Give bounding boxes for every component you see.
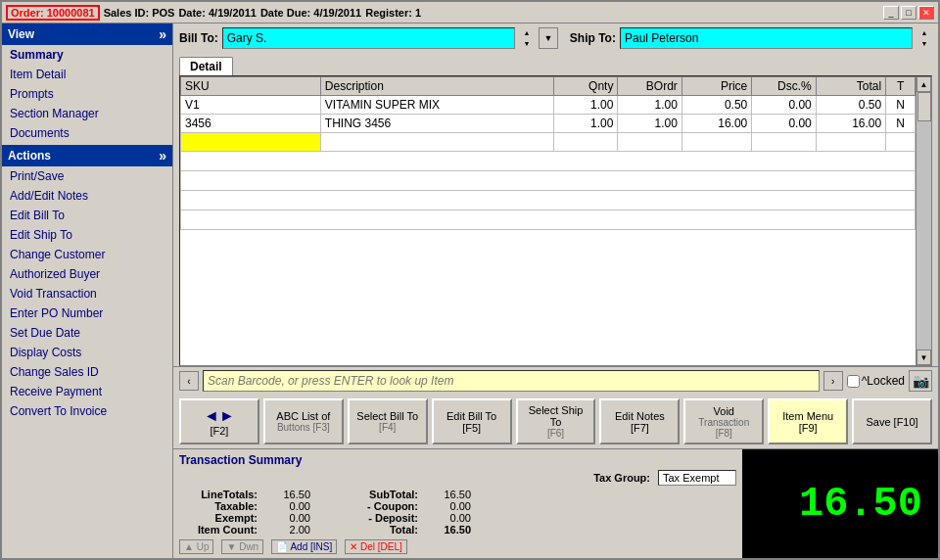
table-row-empty — [181, 191, 916, 210]
order-number: Order: 10000081 — [6, 5, 100, 21]
sidebar-item-change-customer[interactable]: Change Customer — [2, 245, 172, 264]
summary-row-taxable: Taxable: 0.00 — [179, 500, 310, 512]
sidebar-item-documents[interactable]: Documents — [2, 123, 172, 143]
f4-button[interactable]: Select Bill To [F4] — [348, 398, 428, 444]
tax-group-row: Tax Group: Tax Exempt — [179, 470, 736, 486]
sidebar-item-edit-bill-to[interactable]: Edit Bill To — [2, 206, 172, 225]
sidebar-item-add-edit-notes[interactable]: Add/Edit Notes — [2, 186, 172, 206]
cell-t: N — [886, 96, 916, 115]
bill-to-up-button[interactable]: ▲ — [519, 27, 535, 38]
bill-to-dropdown-button[interactable]: ▼ — [539, 27, 558, 49]
up-button[interactable]: ▲ Up — [179, 539, 213, 554]
barcode-next-button[interactable]: › — [823, 371, 843, 391]
scroll-up-button[interactable]: ▲ — [916, 76, 931, 92]
summary-row-item-count: Item Count: 2.00 — [179, 524, 310, 536]
coupon-label: - Coupon: — [340, 500, 418, 512]
sidebar-item-enter-po-number[interactable]: Enter PO Number — [2, 303, 172, 323]
f8-label: Void — [714, 405, 734, 417]
vertical-scrollbar[interactable]: ▲ ▼ — [916, 76, 931, 365]
data-table-container: SKU Description Qnty BOrdr Price Dsc.% T… — [179, 75, 932, 366]
bill-to-label: Bill To: — [179, 31, 218, 45]
sidebar-item-item-detail[interactable]: Item Detail — [2, 65, 172, 84]
f5-button[interactable]: Edit Bill To [F5] — [432, 398, 512, 444]
sidebar-item-void-transaction[interactable]: Void Transaction — [2, 284, 172, 303]
sidebar-item-display-costs[interactable]: Display Costs — [2, 343, 172, 362]
total-display: 16.50 — [742, 449, 938, 558]
f10-button[interactable]: Save [F10] — [852, 398, 932, 444]
f7-button[interactable]: Edit Notes [F7] — [599, 398, 680, 444]
cell-dsc: 0.00 — [752, 115, 816, 133]
sidebar-item-receive-payment[interactable]: Receive Payment — [2, 382, 172, 401]
sku-input-field[interactable] — [185, 135, 303, 149]
summary-row-subtotal: SubTotal: 16.50 — [340, 489, 471, 500]
del-button[interactable]: ✕ Del [DEL] — [345, 539, 407, 554]
cell-price: 16.00 — [682, 115, 751, 133]
cell-empty — [553, 133, 617, 152]
actions-collapse-icon[interactable]: » — [159, 148, 166, 163]
summary-row-coupon: - Coupon: 0.00 — [340, 500, 471, 512]
sidebar-item-convert-to-invoice[interactable]: Convert To Invoice — [2, 401, 172, 421]
date-due: Date Due: 4/19/2011 — [260, 7, 361, 19]
dwn-button[interactable]: ▼ Dwn — [221, 539, 263, 554]
total-label: Total: — [340, 524, 418, 536]
barcode-prev-button[interactable]: ‹ — [179, 371, 199, 391]
sidebar-item-change-sales-id[interactable]: Change Sales ID — [2, 362, 172, 382]
sidebar: View » Summary Item Detail Prompts Secti… — [2, 23, 173, 558]
f9-button[interactable]: Item Menu [F9] — [768, 398, 848, 444]
ship-to-up-button[interactable]: ▲ — [916, 27, 932, 38]
locked-checkbox[interactable] — [847, 375, 860, 388]
scroll-down-button[interactable]: ▼ — [916, 350, 931, 365]
view-header: View » — [2, 23, 172, 45]
table-input-row[interactable] — [181, 133, 916, 152]
coupon-value: 0.00 — [422, 500, 471, 512]
minimize-button[interactable]: _ — [883, 6, 899, 20]
barcode-input[interactable] — [203, 370, 820, 392]
table-row[interactable]: 3456 THING 3456 1.00 1.00 16.00 0.00 16.… — [181, 115, 916, 133]
col-header-qnty: Qnty — [553, 77, 617, 96]
cell-sku-input[interactable] — [181, 133, 321, 152]
register: Register: 1 — [365, 7, 421, 19]
f3-button[interactable]: ABC List of Buttons [F3] — [263, 398, 344, 444]
sidebar-item-print-save[interactable]: Print/Save — [2, 166, 172, 186]
view-section: View » Summary Item Detail Prompts Secti… — [2, 23, 172, 143]
cell-bordr: 1.00 — [618, 115, 682, 133]
f8-button[interactable]: Void Transaction [F8] — [683, 398, 764, 444]
ship-to-down-button[interactable]: ▼ — [916, 38, 932, 49]
ship-to-field[interactable]: Paul Peterson — [620, 27, 913, 49]
f6-label: Select Ship To — [524, 404, 588, 428]
close-button[interactable]: ✕ — [918, 6, 934, 20]
scroll-thumb[interactable] — [917, 92, 931, 121]
col-header-dsc: Dsc.% — [752, 77, 816, 96]
date: Date: 4/19/2011 — [178, 7, 257, 19]
table-row-empty — [181, 152, 916, 171]
tab-detail[interactable]: Detail — [179, 57, 233, 75]
maximize-button[interactable]: □ — [901, 6, 916, 20]
f4-label: Select Bill To — [356, 410, 418, 422]
sidebar-item-authorized-buyer[interactable]: Authorized Buyer — [2, 264, 172, 284]
camera-button[interactable]: 📷 — [909, 370, 932, 392]
detail-table: SKU Description Qnty BOrdr Price Dsc.% T… — [180, 76, 916, 230]
actions-header: Actions » — [2, 145, 172, 166]
cell-total: 16.00 — [816, 115, 885, 133]
f2-button[interactable]: ◄► [F2] — [179, 398, 259, 444]
sidebar-item-summary[interactable]: Summary — [2, 45, 172, 65]
view-collapse-icon[interactable]: » — [159, 26, 166, 42]
sidebar-item-prompts[interactable]: Prompts — [2, 84, 172, 104]
add-button[interactable]: 📄 Add [INS] — [271, 539, 337, 554]
cell-sku: 3456 — [181, 115, 321, 133]
actions-section: Actions » Print/Save Add/Edit Notes Edit… — [2, 145, 172, 421]
tax-group-field[interactable]: Tax Exempt — [658, 470, 736, 486]
sidebar-item-section-manager[interactable]: Section Manager — [2, 104, 172, 123]
sidebar-item-set-due-date[interactable]: Set Due Date — [2, 323, 172, 343]
cell-total: 0.50 — [816, 96, 885, 115]
cell-qnty: 1.00 — [553, 96, 617, 115]
bill-to-down-button[interactable]: ▼ — [519, 38, 535, 49]
table-row[interactable]: V1 VITAMIN SUPER MIX 1.00 1.00 0.50 0.00… — [181, 96, 916, 115]
cell-empty — [752, 133, 816, 152]
bill-to-field[interactable]: Gary S. — [222, 27, 515, 49]
sidebar-item-edit-ship-to[interactable]: Edit Ship To — [2, 225, 172, 245]
address-bar: Bill To: Gary S. ▲ ▼ ▼ Ship To: Paul Pet… — [173, 23, 938, 53]
scroll-track — [916, 92, 931, 350]
cell-t: N — [886, 115, 916, 133]
f6-button[interactable]: Select Ship To [F6] — [516, 398, 596, 444]
